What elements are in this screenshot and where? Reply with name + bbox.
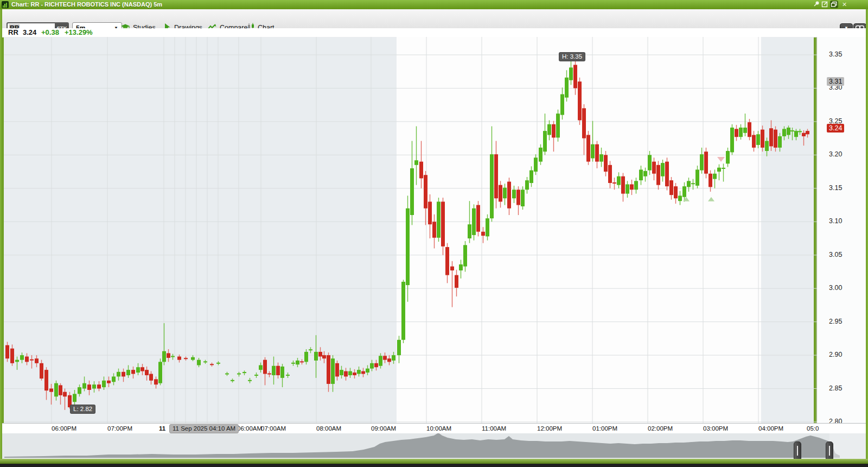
time-tick-label: 11 [159, 425, 165, 432]
candle-body [782, 129, 786, 136]
candle-body [539, 148, 542, 162]
price-tick-label: 3.05 [829, 251, 842, 258]
candle-body [778, 136, 782, 148]
candle-body [63, 392, 67, 397]
candle-body [682, 186, 686, 197]
candle-body [20, 355, 24, 360]
close-icon[interactable]: ✕ [840, 1, 848, 8]
candle-body [59, 385, 62, 395]
window-border-bottom [0, 459, 868, 464]
candle-body [314, 352, 318, 361]
time-tick-label: 10:00AM [426, 425, 451, 432]
candle-body [765, 141, 769, 151]
time-crosshair-tooltip: 11 Sep 2025 04:10 AM [169, 424, 239, 433]
candle-body [790, 130, 794, 131]
candle-body [254, 375, 258, 376]
candle-body [652, 162, 656, 174]
quote-last-price: 3.24 [23, 28, 36, 37]
candle-body [543, 131, 547, 152]
candle-body [82, 383, 86, 389]
quote-symbol: RR [8, 28, 18, 37]
candle-body [700, 154, 704, 170]
candle-body [248, 380, 252, 381]
quote-change: +0.38 [41, 28, 59, 37]
window-border-right [866, 9, 868, 463]
price-tick-label: 3.35 [829, 51, 842, 58]
candle-body [5, 345, 9, 359]
candle-body [35, 358, 39, 363]
candle-body [280, 367, 284, 378]
price-tick-label: 2.90 [829, 351, 842, 358]
candle-body [713, 174, 717, 179]
candle-body [171, 356, 175, 357]
restore-window-icon[interactable] [830, 1, 838, 8]
quote-change-percent: +13.29% [65, 28, 93, 37]
candle-body [242, 372, 246, 373]
candle-body [709, 174, 712, 187]
range-scroll-handle-left[interactable] [794, 441, 801, 461]
candle-body [578, 81, 582, 120]
time-tick-label: 07:00PM [107, 425, 132, 432]
candle-body [141, 367, 144, 371]
time-tick-label: 12:00PM [537, 425, 562, 432]
candle-body [547, 124, 551, 135]
window-titlebar[interactable]: Chart: RR - RICHTECH ROBOTICS INC (NASDA… [0, 0, 868, 10]
candle-body [102, 381, 106, 387]
candle-body [569, 67, 573, 80]
window-border-left [0, 9, 2, 463]
candle-body [49, 389, 53, 392]
candle-body [335, 363, 339, 377]
candle-body [648, 155, 652, 170]
time-tick-label: 07:00AM [261, 425, 286, 432]
candle-body [608, 165, 612, 183]
time-tick-label: 11:00AM [482, 425, 506, 432]
candle-body [481, 232, 485, 236]
candle-body [459, 264, 463, 270]
candle-body [591, 144, 595, 159]
candle-body [419, 162, 423, 179]
candle-body [748, 122, 751, 137]
candle-body [112, 376, 116, 382]
candle-body [428, 201, 432, 224]
candle-body [586, 135, 590, 161]
time-tick-label: 06:00AM [237, 425, 262, 432]
candle-body [445, 247, 449, 275]
price-marker-badge: 3.31 [827, 77, 844, 86]
candle-body [331, 358, 335, 384]
candle-body [225, 374, 229, 375]
candle-body [769, 128, 773, 146]
edit-icon[interactable] [821, 1, 829, 8]
time-tick-label: 01:00PM [592, 425, 617, 432]
candle-body [379, 356, 382, 365]
candle-body [612, 182, 616, 184]
candle-body [131, 370, 135, 374]
chart-toolbar: RR STK 5m ▼ Studies Drawings Compare Cha… [2, 9, 866, 29]
candle-body [40, 363, 43, 378]
candle-body [722, 168, 725, 169]
range-scroll-handle-right[interactable] [826, 441, 833, 461]
candle-body [560, 94, 564, 115]
candle-body [357, 370, 361, 374]
candle-body [665, 162, 669, 186]
pin-icon[interactable] [812, 1, 820, 8]
candle-body [97, 384, 101, 388]
candle-body [107, 381, 111, 383]
candlestick-chart-plot[interactable] [0, 37, 868, 423]
time-tick-label: 08:00AM [316, 425, 341, 432]
candle-body [184, 358, 188, 359]
volume-overview-strip[interactable] [0, 433, 868, 459]
candle-body [397, 340, 401, 355]
candle-body [490, 154, 494, 218]
candle-body [739, 128, 743, 137]
candle-body [191, 357, 195, 360]
candle-body [30, 359, 34, 361]
candle-body [370, 363, 374, 369]
candle-body [643, 171, 647, 176]
candle-body [726, 151, 730, 163]
candle-body [656, 165, 660, 185]
candle-body [499, 185, 502, 202]
candle-body [687, 181, 691, 187]
session-low-label: L: 2.82 [71, 405, 95, 413]
candle-body [486, 218, 489, 236]
candle-body [197, 360, 201, 365]
